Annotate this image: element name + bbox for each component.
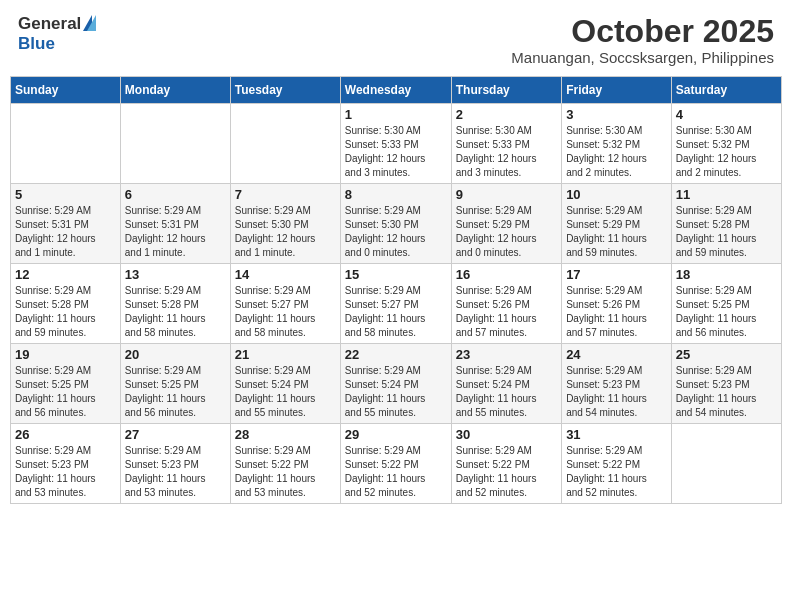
day-number: 2 <box>456 107 557 122</box>
calendar-day-cell: 12Sunrise: 5:29 AMSunset: 5:28 PMDayligh… <box>11 264 121 344</box>
calendar-day-cell: 31Sunrise: 5:29 AMSunset: 5:22 PMDayligh… <box>562 424 672 504</box>
day-number: 28 <box>235 427 336 442</box>
day-info: Sunrise: 5:29 AMSunset: 5:25 PMDaylight:… <box>15 364 116 420</box>
day-info: Sunrise: 5:29 AMSunset: 5:22 PMDaylight:… <box>345 444 447 500</box>
day-number: 1 <box>345 107 447 122</box>
calendar-day-cell: 22Sunrise: 5:29 AMSunset: 5:24 PMDayligh… <box>340 344 451 424</box>
calendar-day-cell: 24Sunrise: 5:29 AMSunset: 5:23 PMDayligh… <box>562 344 672 424</box>
day-info: Sunrise: 5:29 AMSunset: 5:31 PMDaylight:… <box>125 204 226 260</box>
weekday-header: Tuesday <box>230 77 340 104</box>
day-info: Sunrise: 5:29 AMSunset: 5:24 PMDaylight:… <box>235 364 336 420</box>
calendar-day-cell: 28Sunrise: 5:29 AMSunset: 5:22 PMDayligh… <box>230 424 340 504</box>
day-info: Sunrise: 5:30 AMSunset: 5:33 PMDaylight:… <box>345 124 447 180</box>
calendar-day-cell: 21Sunrise: 5:29 AMSunset: 5:24 PMDayligh… <box>230 344 340 424</box>
day-number: 24 <box>566 347 667 362</box>
day-number: 29 <box>345 427 447 442</box>
day-number: 17 <box>566 267 667 282</box>
weekday-header: Thursday <box>451 77 561 104</box>
calendar-day-cell: 2Sunrise: 5:30 AMSunset: 5:33 PMDaylight… <box>451 104 561 184</box>
day-info: Sunrise: 5:30 AMSunset: 5:32 PMDaylight:… <box>676 124 777 180</box>
day-number: 26 <box>15 427 116 442</box>
logo-general: General <box>18 14 81 34</box>
day-number: 12 <box>15 267 116 282</box>
day-info: Sunrise: 5:29 AMSunset: 5:22 PMDaylight:… <box>456 444 557 500</box>
calendar-day-cell: 8Sunrise: 5:29 AMSunset: 5:30 PMDaylight… <box>340 184 451 264</box>
day-number: 7 <box>235 187 336 202</box>
calendar-day-cell: 9Sunrise: 5:29 AMSunset: 5:29 PMDaylight… <box>451 184 561 264</box>
day-info: Sunrise: 5:29 AMSunset: 5:30 PMDaylight:… <box>345 204 447 260</box>
day-number: 20 <box>125 347 226 362</box>
calendar-week-row: 12Sunrise: 5:29 AMSunset: 5:28 PMDayligh… <box>11 264 782 344</box>
day-number: 5 <box>15 187 116 202</box>
weekday-header: Friday <box>562 77 672 104</box>
calendar-day-cell: 6Sunrise: 5:29 AMSunset: 5:31 PMDaylight… <box>120 184 230 264</box>
day-number: 22 <box>345 347 447 362</box>
day-info: Sunrise: 5:29 AMSunset: 5:29 PMDaylight:… <box>566 204 667 260</box>
calendar-week-row: 19Sunrise: 5:29 AMSunset: 5:25 PMDayligh… <box>11 344 782 424</box>
day-info: Sunrise: 5:29 AMSunset: 5:24 PMDaylight:… <box>345 364 447 420</box>
weekday-header-row: SundayMondayTuesdayWednesdayThursdayFrid… <box>11 77 782 104</box>
logo: General Blue <box>18 14 96 54</box>
day-info: Sunrise: 5:29 AMSunset: 5:27 PMDaylight:… <box>345 284 447 340</box>
calendar-empty-cell <box>120 104 230 184</box>
calendar-week-row: 5Sunrise: 5:29 AMSunset: 5:31 PMDaylight… <box>11 184 782 264</box>
calendar-day-cell: 15Sunrise: 5:29 AMSunset: 5:27 PMDayligh… <box>340 264 451 344</box>
calendar-day-cell: 17Sunrise: 5:29 AMSunset: 5:26 PMDayligh… <box>562 264 672 344</box>
logo-triangle2-icon <box>87 15 96 31</box>
day-info: Sunrise: 5:29 AMSunset: 5:28 PMDaylight:… <box>125 284 226 340</box>
calendar-day-cell: 11Sunrise: 5:29 AMSunset: 5:28 PMDayligh… <box>671 184 781 264</box>
day-info: Sunrise: 5:29 AMSunset: 5:31 PMDaylight:… <box>15 204 116 260</box>
day-info: Sunrise: 5:29 AMSunset: 5:26 PMDaylight:… <box>456 284 557 340</box>
calendar-day-cell: 27Sunrise: 5:29 AMSunset: 5:23 PMDayligh… <box>120 424 230 504</box>
calendar-day-cell: 23Sunrise: 5:29 AMSunset: 5:24 PMDayligh… <box>451 344 561 424</box>
day-number: 23 <box>456 347 557 362</box>
day-number: 4 <box>676 107 777 122</box>
day-info: Sunrise: 5:29 AMSunset: 5:26 PMDaylight:… <box>566 284 667 340</box>
day-info: Sunrise: 5:29 AMSunset: 5:28 PMDaylight:… <box>15 284 116 340</box>
day-number: 10 <box>566 187 667 202</box>
calendar-empty-cell <box>11 104 121 184</box>
calendar-day-cell: 18Sunrise: 5:29 AMSunset: 5:25 PMDayligh… <box>671 264 781 344</box>
day-info: Sunrise: 5:29 AMSunset: 5:24 PMDaylight:… <box>456 364 557 420</box>
calendar-day-cell: 13Sunrise: 5:29 AMSunset: 5:28 PMDayligh… <box>120 264 230 344</box>
day-number: 27 <box>125 427 226 442</box>
day-number: 19 <box>15 347 116 362</box>
day-info: Sunrise: 5:29 AMSunset: 5:25 PMDaylight:… <box>676 284 777 340</box>
location-title: Manuangan, Soccsksargen, Philippines <box>511 49 774 66</box>
day-info: Sunrise: 5:29 AMSunset: 5:30 PMDaylight:… <box>235 204 336 260</box>
day-number: 31 <box>566 427 667 442</box>
day-info: Sunrise: 5:29 AMSunset: 5:25 PMDaylight:… <box>125 364 226 420</box>
calendar-empty-cell <box>671 424 781 504</box>
calendar-day-cell: 26Sunrise: 5:29 AMSunset: 5:23 PMDayligh… <box>11 424 121 504</box>
day-number: 21 <box>235 347 336 362</box>
calendar-day-cell: 5Sunrise: 5:29 AMSunset: 5:31 PMDaylight… <box>11 184 121 264</box>
calendar-day-cell: 25Sunrise: 5:29 AMSunset: 5:23 PMDayligh… <box>671 344 781 424</box>
calendar-day-cell: 7Sunrise: 5:29 AMSunset: 5:30 PMDaylight… <box>230 184 340 264</box>
calendar-day-cell: 10Sunrise: 5:29 AMSunset: 5:29 PMDayligh… <box>562 184 672 264</box>
weekday-header: Sunday <box>11 77 121 104</box>
calendar-day-cell: 29Sunrise: 5:29 AMSunset: 5:22 PMDayligh… <box>340 424 451 504</box>
day-number: 3 <box>566 107 667 122</box>
calendar-week-row: 1Sunrise: 5:30 AMSunset: 5:33 PMDaylight… <box>11 104 782 184</box>
calendar-table: SundayMondayTuesdayWednesdayThursdayFrid… <box>10 76 782 504</box>
calendar-day-cell: 16Sunrise: 5:29 AMSunset: 5:26 PMDayligh… <box>451 264 561 344</box>
day-info: Sunrise: 5:29 AMSunset: 5:22 PMDaylight:… <box>235 444 336 500</box>
day-info: Sunrise: 5:29 AMSunset: 5:23 PMDaylight:… <box>676 364 777 420</box>
day-info: Sunrise: 5:29 AMSunset: 5:23 PMDaylight:… <box>566 364 667 420</box>
calendar-day-cell: 14Sunrise: 5:29 AMSunset: 5:27 PMDayligh… <box>230 264 340 344</box>
calendar-day-cell: 1Sunrise: 5:30 AMSunset: 5:33 PMDaylight… <box>340 104 451 184</box>
day-info: Sunrise: 5:30 AMSunset: 5:33 PMDaylight:… <box>456 124 557 180</box>
day-info: Sunrise: 5:29 AMSunset: 5:29 PMDaylight:… <box>456 204 557 260</box>
day-info: Sunrise: 5:29 AMSunset: 5:23 PMDaylight:… <box>15 444 116 500</box>
day-info: Sunrise: 5:29 AMSunset: 5:22 PMDaylight:… <box>566 444 667 500</box>
page-header: General Blue October 2025 Manuangan, Soc… <box>10 10 782 70</box>
logo-blue: Blue <box>18 34 55 54</box>
calendar-empty-cell <box>230 104 340 184</box>
weekday-header: Wednesday <box>340 77 451 104</box>
day-number: 13 <box>125 267 226 282</box>
calendar-day-cell: 30Sunrise: 5:29 AMSunset: 5:22 PMDayligh… <box>451 424 561 504</box>
calendar-week-row: 26Sunrise: 5:29 AMSunset: 5:23 PMDayligh… <box>11 424 782 504</box>
weekday-header: Monday <box>120 77 230 104</box>
day-number: 30 <box>456 427 557 442</box>
day-info: Sunrise: 5:30 AMSunset: 5:32 PMDaylight:… <box>566 124 667 180</box>
